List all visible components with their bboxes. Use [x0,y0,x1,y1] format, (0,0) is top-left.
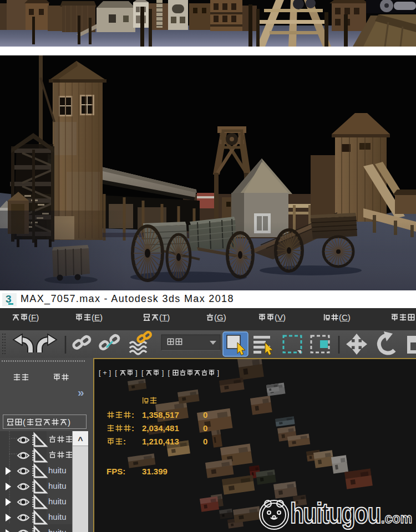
svg-text:.com: .com [381,510,412,526]
svg-text:huitugou: huitugou [290,498,381,529]
svg-text:3: 3 [6,293,12,305]
